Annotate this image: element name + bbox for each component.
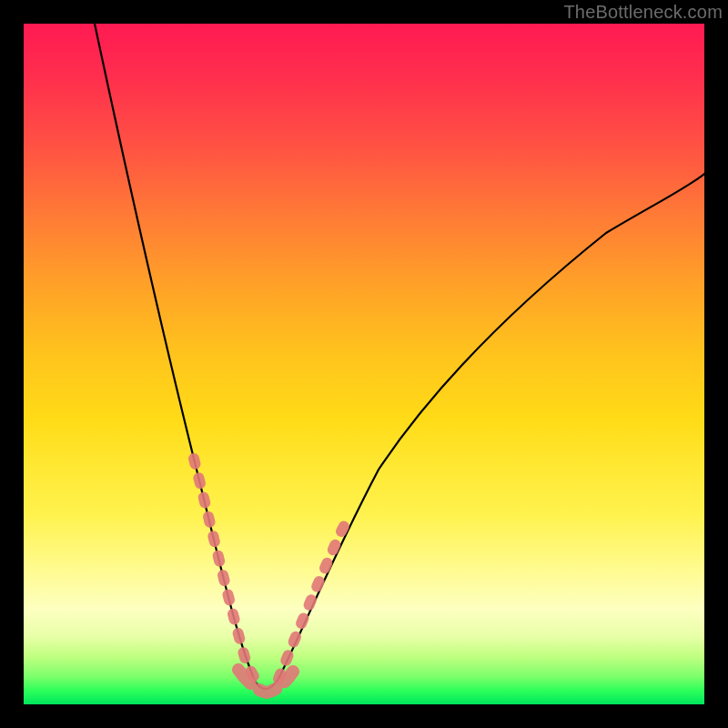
curve-left-arm-dots xyxy=(194,459,258,682)
chart-frame xyxy=(24,24,704,704)
bottleneck-curve-svg xyxy=(24,24,704,704)
watermark-text: TheBottleneck.com xyxy=(563,2,723,23)
curve-right-arm-dots xyxy=(278,520,348,679)
curve-bottom-blobs xyxy=(238,670,293,693)
bottleneck-curve-path xyxy=(95,24,704,689)
